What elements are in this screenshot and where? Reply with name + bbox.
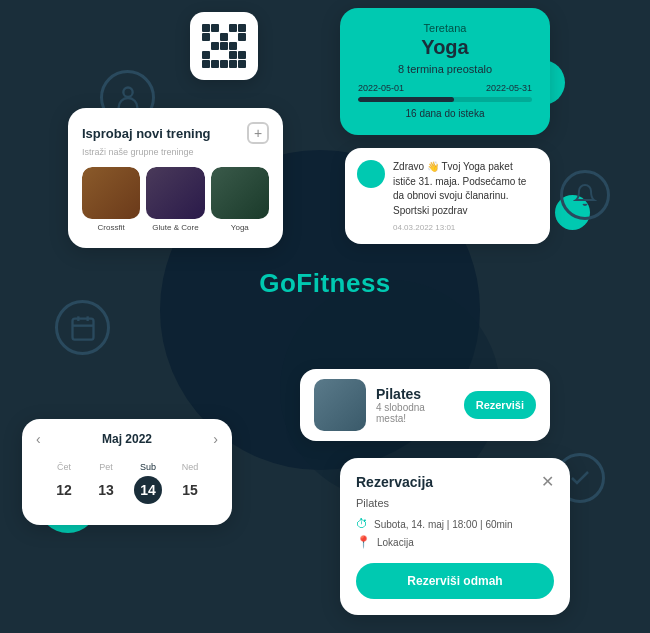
cal-day-num-12: 12 [50, 476, 78, 504]
reservation-close-button[interactable]: ✕ [541, 472, 554, 491]
training-header: Isprobaj novi trening + [82, 122, 269, 144]
crossfit-label: Crossfit [82, 223, 140, 232]
sub-progress-bar [358, 97, 532, 102]
pilates-info: Pilates 4 slobodna mesta! [376, 386, 454, 424]
reservation-location: 📍 Lokacija [356, 535, 554, 549]
reservation-title: Rezervacija [356, 474, 433, 490]
sub-date-start: 2022-05-01 [358, 83, 404, 93]
cal-day-num-15: 15 [176, 476, 204, 504]
pilates-spots: 4 slobodna mesta! [376, 402, 454, 424]
sub-label: Teretana [358, 22, 532, 34]
pilates-reserve-button[interactable]: Rezerviši [464, 391, 536, 419]
notif-avatar [357, 160, 385, 188]
reservation-card: Rezervacija ✕ Pilates ⏱ Subota, 14. maj … [340, 458, 570, 615]
cal-day-num-13: 13 [92, 476, 120, 504]
sub-title: Yoga [358, 36, 532, 59]
cal-day-name-13: Pet [89, 462, 123, 472]
calendar-header: ‹ Maj 2022 › [36, 431, 218, 447]
subscription-card: Teretana Yoga 8 termina preostalo 2022-0… [340, 8, 550, 135]
qr-grid [202, 24, 246, 68]
cal-day-name-12: Čet [47, 462, 81, 472]
location-icon: 📍 [356, 535, 371, 549]
add-training-button[interactable]: + [247, 122, 269, 144]
crossfit-image [82, 167, 140, 219]
pilates-image [314, 379, 366, 431]
calendar-days: Čet 12 Pet 13 Sub 14 Ned 15 [36, 457, 218, 509]
brand-logo: GoFitness [259, 268, 391, 299]
pilates-card: Pilates 4 slobodna mesta! Rezerviši [300, 369, 550, 441]
calendar-next-button[interactable]: › [213, 431, 218, 447]
cal-day-name-14: Sub [131, 462, 165, 472]
calendar-card: ‹ Maj 2022 › Čet 12 Pet 13 Sub 14 Ned 15 [22, 419, 232, 525]
brand-fitness: Fitness [296, 268, 391, 298]
cal-day-12[interactable]: Čet 12 [45, 457, 83, 509]
cal-day-name-15: Ned [173, 462, 207, 472]
qr-code-card [190, 12, 258, 80]
training-card: Isprobaj novi trening + Istraži naše gru… [68, 108, 283, 248]
notification-card: Zdravo 👋 Tvoj Yoga paket ističe 31. maja… [345, 148, 550, 244]
bell-icon-outline [560, 170, 610, 220]
yoga-label: Yoga [211, 223, 269, 232]
calendar-prev-button[interactable]: ‹ [36, 431, 41, 447]
training-subtitle: Istraži naše grupne treninge [82, 147, 269, 157]
yoga-image [211, 167, 269, 219]
cal-day-14[interactable]: Sub 14 [129, 457, 167, 509]
cal-day-15[interactable]: Ned 15 [171, 457, 209, 509]
notif-row: Zdravo 👋 Tvoj Yoga paket ističe 31. maja… [357, 160, 538, 232]
glute-label: Glute & Core [146, 223, 204, 232]
sub-sessions: 8 termina preostalo [358, 63, 532, 75]
sub-dates: 2022-05-01 2022-05-31 [358, 83, 532, 93]
brand-go: Go [259, 268, 296, 298]
reservation-datetime: ⏱ Subota, 14. maj | 18:00 | 60min [356, 517, 554, 531]
svg-rect-1 [72, 318, 93, 339]
reservation-location-text: Lokacija [377, 537, 414, 548]
sub-date-end: 2022-05-31 [486, 83, 532, 93]
glute-image [146, 167, 204, 219]
reservation-subtitle: Pilates [356, 497, 554, 509]
calendar-month: Maj 2022 [102, 432, 152, 446]
reservation-datetime-text: Subota, 14. maj | 18:00 | 60min [374, 519, 513, 530]
training-item-yoga[interactable]: Yoga [211, 167, 269, 232]
training-item-glute[interactable]: Glute & Core [146, 167, 204, 232]
notif-time: 04.03.2022 13:01 [393, 223, 538, 232]
sub-progress-fill [358, 97, 454, 102]
calendar-icon-outline [55, 300, 110, 355]
pilates-title: Pilates [376, 386, 454, 402]
notif-text: Zdravo 👋 Tvoj Yoga paket ističe 31. maja… [393, 160, 538, 218]
svg-point-0 [123, 87, 132, 96]
clock-icon: ⏱ [356, 517, 368, 531]
sub-days-left: 16 dana do isteka [358, 108, 532, 119]
training-item-crossfit[interactable]: Crossfit [82, 167, 140, 232]
training-images: Crossfit Glute & Core Yoga [82, 167, 269, 232]
reservation-header: Rezervacija ✕ [356, 472, 554, 491]
cal-day-num-14: 14 [134, 476, 162, 504]
cal-day-13[interactable]: Pet 13 [87, 457, 125, 509]
reservation-confirm-button[interactable]: Rezerviši odmah [356, 563, 554, 599]
training-title: Isprobaj novi trening [82, 126, 211, 141]
